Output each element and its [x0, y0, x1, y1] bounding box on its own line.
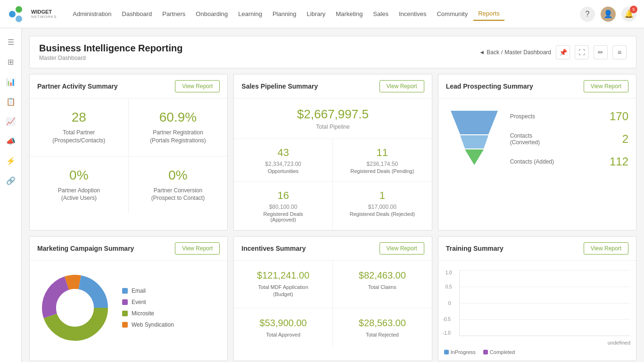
- legend-inprogress-label: InProgress: [451, 349, 476, 355]
- y-label-n05: -0.5: [443, 317, 451, 322]
- fullscreen-button[interactable]: ⛶: [575, 45, 589, 59]
- nav-right-actions: ? 👤 🔔 5: [580, 7, 636, 22]
- partner-stat-value-1: 60.9%: [136, 110, 220, 125]
- legend-email: Email: [122, 288, 220, 294]
- sidebar-menu-icon[interactable]: ☰: [3, 34, 19, 50]
- notifications-button[interactable]: 🔔 5: [621, 7, 636, 22]
- training-view-report[interactable]: View Report: [584, 242, 628, 255]
- nav-onboarding[interactable]: Onboarding: [191, 8, 232, 20]
- pipeline-row-0: 43 $2,334,723.00 Opportunities 11 $236,1…: [234, 139, 431, 182]
- partner-activity-title: Partner Activity Summary: [37, 82, 118, 90]
- legend-web-syndication: Web Syndication: [122, 321, 220, 328]
- nav-library[interactable]: Library: [302, 8, 330, 20]
- nav-incentives[interactable]: Incentives: [394, 8, 431, 20]
- partner-stat-value-3: 0%: [136, 168, 220, 183]
- header-actions: ◄ Back / Master Dashboard 📌 ⛶ ✏ ≡: [479, 45, 627, 59]
- nav-community[interactable]: Community: [432, 8, 472, 20]
- nav-links: Administration Dashboard Partners Onboar…: [68, 7, 580, 21]
- pipeline-val-2: 16: [241, 189, 325, 202]
- user-avatar[interactable]: 👤: [601, 7, 616, 22]
- marketing-campaign-view-report[interactable]: View Report: [175, 242, 220, 255]
- edit-button[interactable]: ✏: [594, 45, 608, 59]
- lead-stat-0: Prospects 170: [510, 110, 628, 123]
- page-title: Business Intelligence Reporting: [39, 43, 183, 54]
- svg-point-10: [56, 289, 94, 327]
- legend-inprogress-dot: [444, 350, 449, 354]
- incentive-val-2: $53,900.00: [241, 318, 325, 329]
- training-content: 1.0 0.5 0 -0.5 -1.0 undefined: [438, 261, 636, 361]
- lead-stat-label-2: Contacts (Added): [510, 158, 554, 165]
- sidebar-chart-icon[interactable]: 📊: [3, 74, 19, 90]
- legend-email-label: Email: [132, 288, 146, 294]
- settings-button[interactable]: ≡: [612, 45, 627, 59]
- legend-event: Event: [122, 299, 220, 305]
- back-link[interactable]: ◄ Back / Master Dashboard: [479, 49, 551, 56]
- grid-line-1: [460, 270, 630, 271]
- sidebar: ☰ ⊞ 📊 📋 📈 📣 ⚡ 🔗: [0, 28, 22, 362]
- partner-activity-header: Partner Activity Summary View Report: [30, 74, 227, 99]
- pipeline-val-1: 11: [340, 147, 424, 159]
- pipeline-row-1: 16 $80,100.00 Registered Deals(Approved)…: [234, 182, 431, 230]
- lead-stat-value-0: 170: [610, 110, 628, 123]
- nav-reports[interactable]: Reports: [473, 7, 504, 21]
- help-button[interactable]: ?: [580, 7, 595, 22]
- pipeline-label-0: Opportunities: [241, 168, 325, 174]
- incentives-view-report[interactable]: View Report: [380, 242, 424, 255]
- partner-activity-view-report[interactable]: View Report: [175, 80, 220, 92]
- pipeline-total: $2,667,997.5 Total Pipeline: [234, 99, 431, 139]
- sidebar-link-icon[interactable]: 🔗: [3, 173, 19, 189]
- incentive-label-3: Total Rejected: [340, 331, 424, 338]
- sales-pipeline-view-report[interactable]: View Report: [380, 80, 424, 92]
- marketing-campaign-card: Marketing Campaign Summary View Report: [29, 236, 228, 361]
- incentive-cell-1: $82,463.00 Total Claims: [333, 261, 432, 308]
- pipeline-amount-1: $236,174.50: [340, 161, 424, 167]
- lead-stat-label-0: Prospects: [510, 113, 535, 120]
- nav-marketing[interactable]: Marketing: [331, 8, 367, 20]
- incentive-label-2: Total Approved: [241, 331, 325, 338]
- sidebar-marketing-icon[interactable]: 📣: [3, 133, 19, 149]
- lead-prospecting-view-report[interactable]: View Report: [584, 80, 628, 92]
- lead-stat-value-2: 112: [610, 155, 628, 168]
- y-label-n1: -1.0: [443, 330, 451, 336]
- nav-planning[interactable]: Planning: [268, 8, 301, 20]
- incentives-grid: $121,241.00 Total MDF Application(Budget…: [234, 261, 431, 348]
- nav-partners[interactable]: Partners: [157, 8, 190, 20]
- incentives-card: Incentives Summary View Report $121,241.…: [233, 236, 432, 361]
- pipeline-amount-0: $2,334,723.00: [241, 161, 325, 167]
- sales-pipeline-title: Sales Pipeline Summary: [241, 82, 318, 90]
- legend-inprogress: InProgress: [444, 349, 476, 355]
- main-content: Business Intelligence Reporting Master D…: [22, 28, 644, 362]
- nav-dashboard[interactable]: Dashboard: [117, 8, 157, 20]
- sidebar-grid-icon[interactable]: ⊞: [3, 54, 19, 70]
- legend-microsite-label: Microsite: [132, 310, 154, 317]
- pin-button[interactable]: 📌: [556, 45, 570, 59]
- sidebar-incentive-icon[interactable]: ⚡: [3, 153, 19, 169]
- nav-administration[interactable]: Administration: [68, 8, 116, 20]
- partner-stat-value-0: 28: [37, 110, 121, 125]
- pipeline-amount-2: $80,100.00: [241, 204, 325, 210]
- donut-chart: [37, 272, 113, 343]
- svg-marker-4: [460, 135, 488, 148]
- lead-stats: Prospects 170 Contacts(Converted) 2 Cont…: [510, 106, 628, 168]
- pipeline-total-label: Total Pipeline: [242, 123, 423, 130]
- y-label-05: 0.5: [446, 284, 452, 289]
- grid-line-3: [460, 303, 630, 304]
- marketing-campaign-title: Marketing Campaign Summary: [37, 245, 134, 252]
- pipeline-cell-1: 11 $236,174.50 Registered Deals (Pending…: [333, 139, 432, 181]
- incentives-header: Incentives Summary View Report: [234, 237, 431, 261]
- pipeline-cell-3: 1 $17,000.00 Registered Deals (Rejected): [333, 182, 432, 230]
- nav-sales[interactable]: Sales: [368, 8, 393, 20]
- svg-point-1: [16, 6, 22, 13]
- logo[interactable]: WIDGET NETWORKS: [8, 4, 57, 25]
- funnel-chart: [446, 106, 503, 169]
- partner-stat-label-3: Partner Conversion(Prospect to Contact): [136, 187, 220, 203]
- sidebar-analytics-icon[interactable]: 📈: [3, 113, 19, 129]
- partner-stat-label-1: Partner Registration(Portals Registratio…: [136, 129, 220, 145]
- incentive-cell-3: $28,563.00 Total Rejected: [333, 308, 432, 348]
- nav-learning[interactable]: Learning: [233, 8, 267, 20]
- partner-activity-grid: 28 Total Partner(Prospects/Contacts) 60.…: [30, 99, 227, 214]
- sidebar-report-icon[interactable]: 📋: [3, 93, 19, 109]
- incentive-label-1: Total Claims: [340, 284, 424, 291]
- svg-point-2: [16, 16, 22, 22]
- sales-pipeline-header: Sales Pipeline Summary View Report: [234, 74, 431, 99]
